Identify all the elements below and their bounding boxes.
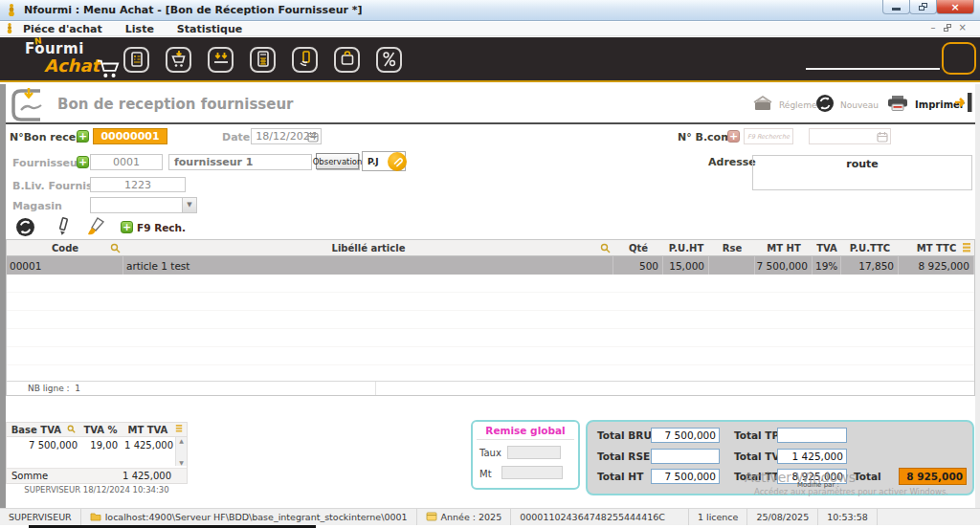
- empty-row[interactable]: [7, 293, 974, 311]
- calendar-icon[interactable]: [877, 131, 888, 145]
- mt-label: Mt: [479, 469, 492, 479]
- column-header-puttc[interactable]: P.U.TTC: [841, 240, 899, 255]
- somme-label: Somme: [7, 471, 122, 481]
- restore-button[interactable]: [909, 0, 937, 14]
- nouveau-button[interactable]: Nouveau: [815, 94, 879, 116]
- mdi-minimize-button[interactable]: –: [931, 23, 936, 33]
- fournisseur-code-field[interactable]: 0001: [90, 154, 163, 170]
- purchase-order-icon[interactable]: [122, 44, 151, 75]
- paperclip-icon[interactable]: [388, 152, 407, 171]
- bcom-date-field[interactable]: [809, 128, 891, 144]
- empty-row[interactable]: [7, 347, 974, 365]
- grid-footer: NB ligne : 1: [7, 381, 974, 395]
- column-header-tva[interactable]: TVA: [813, 240, 841, 255]
- fournisseur-label: Fournisseur: [12, 157, 82, 169]
- goods-receipt-icon[interactable]: [207, 44, 235, 75]
- total-rse-field[interactable]: [651, 449, 720, 464]
- menu-piece-achat[interactable]: Piéce d'achat: [23, 23, 102, 35]
- mt-field[interactable]: [501, 466, 563, 479]
- column-header-libelle[interactable]: Libéllé article: [123, 240, 613, 255]
- window-controls: ×: [883, 0, 974, 14]
- window-title: Nfourmi : Menu Achat - [Bon de Réception…: [24, 4, 363, 16]
- minimize-button[interactable]: [882, 0, 910, 14]
- taux-field[interactable]: [507, 446, 561, 459]
- toolbar-highlight-button[interactable]: [942, 42, 976, 75]
- logo-text-achat: Achat: [44, 55, 100, 76]
- bliv-field[interactable]: 1223: [90, 177, 186, 192]
- tva-row[interactable]: 7 500,000 19,00 1 425,000: [7, 437, 187, 452]
- column-header-qte[interactable]: Qté: [613, 240, 663, 255]
- tva-base-value: 7 500,000: [7, 440, 81, 451]
- windows-activation-watermark-line2: Accédez aux paramètres pour activer Wind…: [754, 487, 948, 496]
- status-bar: SUPERVISEUR localhost:4900\Serveur HF\BD…: [0, 508, 980, 525]
- magasin-dropdown[interactable]: ▼: [90, 197, 197, 213]
- observation-button[interactable]: Observation: [316, 153, 359, 169]
- invoice-icon[interactable]: [249, 44, 278, 75]
- f9-search-add-button[interactable]: +: [121, 221, 133, 233]
- adresse-box[interactable]: route: [752, 155, 972, 190]
- calendar-icon[interactable]: [307, 131, 319, 145]
- tva-col-taux[interactable]: TVA %: [80, 425, 121, 435]
- search-icon[interactable]: [110, 243, 121, 255]
- tva-scrollbar[interactable]: ▲ ▼: [175, 437, 187, 466]
- total-ht-field[interactable]: 7 500,000: [651, 469, 720, 484]
- discount-icon[interactable]: [375, 44, 404, 75]
- restore-icon: [919, 3, 927, 11]
- status-code: 000011024364748255444416C: [511, 509, 688, 525]
- empty-row[interactable]: [7, 275, 974, 293]
- total-rse-label: Total RSE: [597, 451, 650, 462]
- bcom-add-button[interactable]: +: [727, 130, 740, 143]
- menu-statistique[interactable]: Statistique: [177, 23, 242, 35]
- brush-icon[interactable]: [84, 216, 105, 240]
- total-brut-field[interactable]: 7 500,000: [651, 428, 720, 443]
- total-tva-field[interactable]: 1 425,000: [777, 449, 847, 464]
- n-bon-field[interactable]: 00000001: [93, 128, 167, 144]
- column-header-mtht[interactable]: MT HT: [755, 240, 813, 255]
- payment-card-icon[interactable]: [291, 44, 320, 75]
- pj-tab[interactable]: P.J: [362, 151, 406, 171]
- nb-ligne-value: 1: [75, 384, 80, 393]
- empty-row[interactable]: [7, 329, 974, 347]
- status-licence: 1 licence: [688, 509, 748, 525]
- exit-icon[interactable]: [953, 91, 974, 117]
- menu-liste[interactable]: Liste: [125, 23, 154, 35]
- menu-bar: Piéce d'achat Liste Statistique – ×: [0, 22, 980, 36]
- column-options-icon[interactable]: [175, 424, 187, 435]
- empty-row[interactable]: [7, 311, 974, 329]
- tva-col-mt[interactable]: MT TVA: [121, 425, 175, 435]
- toolbar-underline: [806, 68, 940, 70]
- column-options-icon[interactable]: [962, 242, 971, 256]
- tva-col-base[interactable]: Base TVA: [7, 425, 80, 435]
- cart-receive-icon[interactable]: [165, 44, 193, 75]
- status-time: 10:53:58: [818, 509, 878, 525]
- page-title: Bon de reception fournisseur: [57, 96, 294, 113]
- mdi-restore-button[interactable]: [944, 24, 951, 32]
- total-tpf-field[interactable]: [777, 428, 847, 443]
- close-icon: ×: [950, 2, 959, 12]
- scroll-up-icon[interactable]: ▲: [179, 437, 184, 444]
- date-field[interactable]: 18/12/2024: [251, 128, 322, 144]
- column-header-puht[interactable]: P.U.HT: [663, 240, 709, 255]
- search-icon[interactable]: [600, 243, 611, 255]
- pencil-icon[interactable]: [56, 216, 71, 240]
- column-header-code[interactable]: Code: [7, 240, 123, 255]
- mdi-window-controls: – ×: [931, 23, 967, 33]
- grid-header: Code Libéllé article Qté P.U.HT Rse MT H…: [7, 240, 974, 256]
- column-header-rse[interactable]: Rse: [709, 240, 755, 255]
- fournisseur-name-field[interactable]: fournisseur 1: [168, 154, 312, 170]
- fournisseur-add-button[interactable]: +: [77, 156, 89, 168]
- refresh-icon[interactable]: [15, 217, 35, 240]
- windows-activation-watermark: Activer Windows: [745, 470, 856, 485]
- nouveau-label: Nouveau: [840, 100, 879, 110]
- cell-mtttc: 8 925,000: [899, 256, 974, 275]
- table-row[interactable]: 00001 article 1 test 500 15,000 7 500,00…: [7, 256, 974, 275]
- cell-libelle: article 1 test: [123, 256, 613, 275]
- mdi-close-button[interactable]: ×: [959, 23, 967, 33]
- close-button[interactable]: ×: [936, 0, 974, 14]
- f9-search-label[interactable]: F9 Rech.: [137, 222, 186, 233]
- n-bon-add-button[interactable]: +: [77, 130, 89, 143]
- bag-icon[interactable]: [333, 44, 362, 75]
- taux-label: Taux: [479, 448, 501, 458]
- scroll-down-icon[interactable]: ▼: [179, 459, 184, 466]
- bcom-search-field[interactable]: F9 Recherche: [744, 128, 793, 144]
